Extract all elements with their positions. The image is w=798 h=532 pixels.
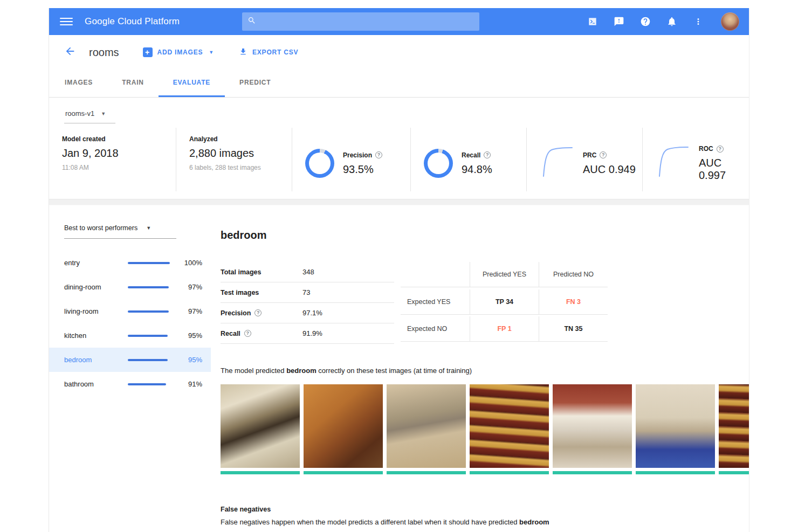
metric-value: 97.1% — [302, 309, 322, 317]
feedback-icon[interactable] — [613, 16, 625, 27]
labels-sidebar: Best to worst performers ▼ entry100%dini… — [49, 205, 211, 396]
recall-value: 94.8% — [462, 163, 492, 176]
correct-indicator-bar — [636, 471, 715, 474]
performer-percent: 95% — [188, 331, 202, 340]
performer-score-bar — [128, 262, 170, 264]
stat-analyzed: Analyzed 2,880 images 6 labels, 288 test… — [176, 128, 292, 191]
thumbnail-photo — [387, 384, 466, 468]
cloud-shell-icon[interactable] — [587, 16, 598, 27]
performer-row-entry[interactable]: entry100% — [49, 251, 211, 275]
thumbnail-photo — [553, 384, 632, 468]
performer-percent: 95% — [188, 356, 202, 364]
ornate-cabinet-photo[interactable] — [470, 384, 549, 474]
menu-icon[interactable] — [60, 15, 73, 28]
false-negatives-section: False negatives False negatives happen w… — [221, 506, 749, 532]
correct-indicator-bar — [304, 471, 383, 474]
correct-predictions-caption: The model predicted bedroom correctly on… — [221, 367, 749, 375]
add-images-icon: + — [143, 47, 153, 57]
sort-performers-select[interactable]: Best to worst performers ▼ — [64, 223, 176, 239]
metric-value: 91.9% — [302, 329, 322, 337]
thumbnail-photo — [470, 384, 549, 468]
help-icon[interactable]: ? — [717, 146, 724, 153]
performer-label: bedroom — [64, 356, 128, 364]
tab-predict[interactable]: PREDICT — [225, 70, 285, 97]
model-created-time: 11:08 AM — [62, 164, 176, 171]
help-icon[interactable] — [639, 16, 651, 27]
brick-arch-bedroom-photo[interactable] — [553, 384, 632, 474]
tab-evaluate[interactable]: EVALUATE — [159, 70, 225, 97]
export-csv-button[interactable]: EXPORT CSV — [239, 47, 298, 58]
help-icon[interactable]: ? — [254, 309, 262, 316]
performer-score-bar — [128, 335, 168, 337]
performer-percent: 91% — [188, 380, 202, 388]
metric-value: 73 — [302, 288, 310, 296]
prc-label: PRC? — [583, 151, 636, 159]
dataset-title: rooms — [89, 46, 119, 59]
performer-percent: 97% — [188, 307, 202, 315]
model-created-label: Model created — [62, 135, 176, 143]
four-poster-bed-photo[interactable] — [221, 384, 300, 474]
search-input[interactable] — [242, 12, 479, 31]
performer-row-kitchen[interactable]: kitchen95% — [49, 323, 211, 348]
tab-bar: IMAGESTRAINEVALUATEPREDICT — [49, 70, 749, 98]
matrix-cell: TP 34 — [470, 289, 539, 315]
precision-donut-chart — [305, 149, 334, 178]
matrix-row-header: Expected YES — [401, 289, 470, 315]
performer-row-bedroom[interactable]: bedroom95% — [49, 348, 211, 372]
topbar: Google Cloud Platform — [49, 8, 749, 35]
prc-curve-chart — [540, 145, 574, 182]
matrix-corner — [401, 262, 470, 287]
roc-curve-chart — [656, 145, 690, 182]
blue-carpet-bedroom-photo[interactable] — [636, 384, 715, 474]
sort-performers-label: Best to worst performers — [64, 224, 137, 232]
tab-images[interactable]: IMAGES — [50, 70, 107, 97]
performer-row-living-room[interactable]: living-room97% — [49, 299, 211, 323]
search-icon — [247, 16, 256, 27]
metric-row: Test images73 — [221, 282, 394, 303]
section-divider — [49, 199, 749, 205]
dresser-corner-photo[interactable] — [387, 384, 466, 474]
test-image-thumbnails — [221, 384, 749, 474]
analyzed-sub: 6 labels, 288 test images — [189, 164, 292, 171]
correct-indicator-bar — [553, 471, 632, 474]
performer-score-bar — [128, 359, 168, 361]
thumbnail-photo — [636, 384, 715, 468]
app-title: Google Cloud Platform — [85, 16, 180, 27]
tab-train[interactable]: TRAIN — [107, 70, 159, 97]
performer-label: bathroom — [64, 380, 128, 388]
ornate-cabinet-photo-2[interactable] — [719, 384, 749, 474]
metric-row: Precision?97.1% — [221, 303, 394, 323]
export-csv-label: EXPORT CSV — [252, 49, 298, 56]
stat-model-created: Model created Jan 9, 2018 11:08 AM — [49, 128, 176, 191]
wooden-desk-chair-photo[interactable] — [304, 384, 383, 474]
label-metrics-table: Total images348Test images73Precision?97… — [221, 262, 394, 344]
avatar[interactable] — [721, 12, 739, 31]
analyzed-label: Analyzed — [189, 135, 292, 143]
back-button[interactable] — [64, 45, 77, 59]
performers-list: entry100%dining-room97%living-room97%kit… — [49, 251, 211, 396]
thumbnail-photo — [304, 384, 383, 468]
model-version-select[interactable]: rooms-v1 ▼ — [64, 108, 115, 123]
correct-indicator-bar — [221, 471, 300, 474]
evaluate-content: Best to worst performers ▼ entry100%dini… — [49, 205, 749, 532]
performer-score-bar — [128, 286, 169, 288]
help-icon[interactable]: ? — [375, 151, 382, 158]
more-options-icon[interactable] — [692, 16, 704, 27]
correct-indicator-bar — [719, 471, 749, 474]
performer-row-bathroom[interactable]: bathroom91% — [49, 372, 211, 396]
help-icon[interactable]: ? — [484, 151, 491, 158]
help-icon[interactable]: ? — [600, 151, 607, 158]
help-icon[interactable]: ? — [244, 330, 251, 337]
recall-donut-chart — [424, 149, 453, 178]
confusion-matrix: Predicted YESPredicted NOExpected YESTP … — [401, 262, 608, 344]
metric-label: Recall? — [221, 330, 302, 337]
roc-auc-value: AUC 0.997 — [699, 157, 749, 182]
notifications-icon[interactable] — [666, 16, 678, 27]
thumbnail-photo — [719, 384, 749, 468]
performer-row-dining-room[interactable]: dining-room97% — [49, 275, 211, 299]
matrix-col-header: Predicted NO — [539, 262, 608, 287]
add-images-button[interactable]: + ADD IMAGES ▼ — [143, 47, 214, 57]
false-negatives-title: False negatives — [221, 506, 749, 513]
performer-label: dining-room — [64, 283, 128, 291]
stat-roc: ROC? AUC 0.997 — [642, 128, 749, 191]
